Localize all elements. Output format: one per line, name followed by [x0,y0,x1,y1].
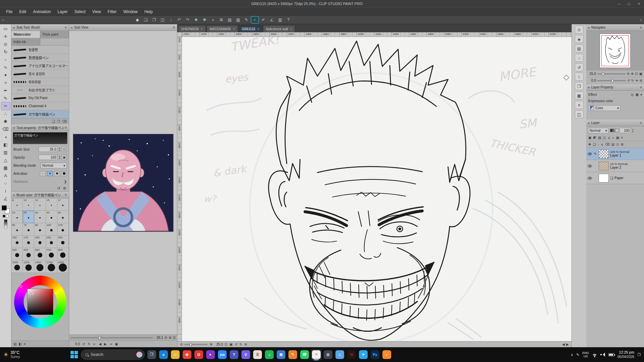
menu-item-select[interactable]: Select [71,8,89,16]
blend-tool[interactable]: ◑ [1,133,10,141]
taskbar-app-media-player[interactable]: ▸ [205,349,216,360]
expand-icon[interactable]: ▾ [640,93,642,96]
sync-icon[interactable]: ✱ [192,16,200,23]
figure-tool[interactable]: △ [1,156,10,164]
zoom-panel-icon[interactable]: ⊙ [575,26,584,34]
transform-icon[interactable]: ✥ [201,16,208,23]
brush-size-cell[interactable]: 500 [23,248,34,260]
taskbar-app-opera[interactable]: O [193,349,204,360]
mask-icon[interactable]: ◐ [612,136,614,139]
fit-icon[interactable]: ⊡ [225,343,227,346]
brush-size-cell[interactable]: 1000 [11,260,23,273]
sub-view-panel-icon[interactable]: ◫ [575,110,584,118]
brush-item[interactable]: Chainmail 4 [11,102,69,110]
taskbar-app-netflix[interactable]: N [346,349,357,360]
brush-size-stepper[interactable]: ▴▾ [59,147,60,152]
menu-item-edit[interactable]: Edit [16,8,30,16]
anti-alias-medium-button[interactable] [54,171,60,176]
taskbar-app-clip-studio-paint[interactable]: ✑ [311,349,322,360]
lock-layer-icon[interactable]: ◩ [593,136,596,139]
start-button[interactable] [69,350,79,360]
frame-border-tool[interactable]: ▦ [1,164,10,172]
taskbar-app-photoshop[interactable]: Ps [370,349,380,360]
snap-ruler-icon[interactable]: ▤ [226,16,233,23]
navigator-thumbnail[interactable] [600,34,631,68]
drawing-canvas[interactable]: TWEAK!eyesMORESM& darkw?THICKER [182,37,571,341]
brush-size-cell[interactable]: 1700 [46,260,57,273]
brush-size-cell[interactable]: 50 [57,211,69,223]
rotate-left-icon[interactable]: ↺ [82,342,85,346]
layer-opacity-input[interactable]: 100 [619,128,631,133]
canvas-zoom-slider[interactable] [184,344,208,345]
layer-row[interactable]: 10 % NormalLayer 2 [586,160,644,172]
wifi-icon[interactable] [592,353,597,357]
brush-size-cell[interactable]: 200 [34,236,46,248]
brush-size-cell[interactable]: 10 [23,198,34,211]
vector-ic[interactable]: ✐ [260,16,267,23]
taskbar-app-notes-app[interactable]: ≣ [252,349,263,360]
export-icon[interactable]: ↓ [167,16,175,23]
brush-size-cell[interactable]: 80 [34,223,46,236]
panel-menu-icon[interactable]: ≡ [64,26,67,29]
navigator-view-rect[interactable] [601,35,629,66]
clip-studio-logo-icon[interactable]: ◆ [134,16,141,23]
taskbar-app-chrome[interactable]: ◉ [182,349,192,360]
brush-size-cell[interactable]: 150 [11,236,23,248]
clip-below-icon[interactable]: ◫ [603,136,606,139]
eyedropper-tool[interactable]: ✧ [1,79,10,87]
stabilize-icon[interactable]: ✓ [251,16,259,23]
sv-marker[interactable] [32,292,34,295]
navigator-preview-area[interactable] [586,31,644,71]
lock-alpha-icon[interactable]: ▨ [598,136,601,139]
brush-size-cell[interactable]: 120 [57,223,69,236]
tab-close-icon[interactable]: × [201,27,203,31]
help-icon[interactable]: ? [285,16,292,23]
panel-menu-icon[interactable]: ≡ [64,193,67,197]
ruler-tool[interactable]: ∠ [1,195,10,203]
timeline-panel-icon[interactable]: ≡ [575,101,584,109]
history-panel-icon[interactable]: ↺ [575,63,584,71]
taskbar-app-finder[interactable]: ☺ [334,349,345,360]
canvas-drawing[interactable]: TWEAK!eyesMORESM& darkw?THICKER [182,37,571,341]
layer-name[interactable]: Layer 1 [610,154,643,157]
brush-item[interactable]: ○ ○ねおき吐息ブラシ [11,86,69,94]
taskbar-app-file-explorer[interactable]: ▱ [170,349,181,360]
undo-icon[interactable]: ↶ [176,16,183,23]
brush-item[interactable]: 붓사 표현취 [11,70,69,78]
panel-menu-icon[interactable]: ≡ [639,85,643,89]
taskbar-app-zoom[interactable]: zm [217,349,228,360]
lasso-tool[interactable]: ∿ [1,64,10,71]
taskbar-app-viber[interactable]: V [240,349,251,360]
volume-icon[interactable] [600,353,605,357]
next-icon[interactable]: ▶ [104,342,107,346]
brush-size-cell[interactable]: 17 [57,198,69,211]
battery-icon[interactable] [608,353,614,356]
panel-menu-icon[interactable]: ≡ [639,26,643,29]
minimize-button[interactable]: – [614,0,624,7]
brush-item[interactable]: 파파파팡 [11,78,69,86]
operation-tool[interactable]: ▭ [1,25,10,33]
taskbar-app-task-view[interactable]: ❒ [146,349,157,360]
tray-chevron-icon[interactable]: ∧ [570,353,573,357]
sub-view-viewport[interactable] [69,31,177,334]
onion-icon[interactable]: ▦ [616,136,619,139]
taskbar-app-edge[interactable]: e [158,349,169,360]
open-file-icon[interactable]: ❐ [150,16,158,23]
reset-view-icon[interactable]: ⊚ [244,343,247,346]
anti-alias-none-button[interactable] [40,171,46,176]
zoom-out-icon[interactable]: ⊖ [165,336,167,339]
brush-item[interactable]: 링클펜 [11,46,69,54]
sub-color-chips[interactable] [3,215,9,217]
taskbar-app-whatsapp[interactable]: ☎ [299,349,310,360]
clock[interactable]: 12:25 pm 06/04/2026 [617,350,634,359]
layer-blend-select[interactable]: Normal ▾ [588,128,609,133]
layer-row[interactable]: ✎100 % NormalLayer 1 [586,148,644,160]
panel-menu-icon[interactable]: ≡ [64,126,67,129]
layer-row[interactable]: ❏Paper [586,172,644,184]
notification-center-icon[interactable]: ❐ [637,353,641,357]
flip-horizontal-icon[interactable]: ⇋ [635,79,638,82]
layer-name[interactable]: Layer 2 [610,166,643,169]
canvas-tab-watermark[interactable]: WATERMARK× [206,25,238,32]
move-layer-tool[interactable]: ✛ [1,33,10,40]
palette-icon[interactable]: ▤ [611,143,614,146]
